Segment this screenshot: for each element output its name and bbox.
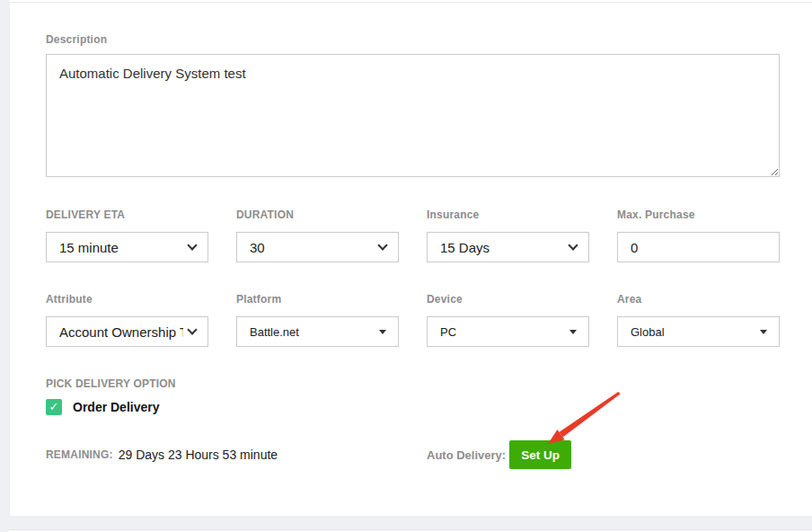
product-settings-panel: Description Automatic Delivery System te…	[9, 3, 812, 516]
insurance-label: Insurance	[427, 209, 589, 220]
area-value: Global	[631, 325, 755, 339]
auto-delivery-setup-button[interactable]: Set Up	[509, 440, 571, 469]
duration-label: DURATION	[236, 209, 399, 220]
order-delivery-checkbox[interactable]: ✓	[46, 399, 62, 415]
triangle-down-icon	[379, 330, 386, 334]
delivery-eta-select[interactable]: 15 minute	[46, 232, 208, 262]
chevron-down-icon	[187, 324, 197, 334]
platform-field: Platform Battle.net	[236, 294, 399, 347]
insurance-field: Insurance 15 Days	[427, 209, 589, 262]
device-select[interactable]: PC	[427, 316, 589, 347]
attribute-value: Account Ownership Tr	[59, 324, 183, 340]
max-purchase-input[interactable]	[617, 232, 780, 262]
order-delivery-label: Order Delivery	[73, 400, 160, 414]
device-label: Device	[427, 294, 589, 305]
attribute-label: Attribute	[46, 294, 208, 305]
chevron-down-icon	[187, 240, 197, 250]
device-field: Device PC	[427, 294, 589, 347]
field-row-1: DELIVERY ETA 15 minute DURATION 30 Insur…	[46, 209, 780, 262]
duration-select[interactable]: 30	[236, 232, 399, 262]
remaining-row: REMAINING: 29 Days 23 Hours 53 minute Au…	[46, 440, 780, 469]
delivery-eta-value: 15 minute	[59, 240, 183, 255]
order-delivery-option: ✓ Order Delivery	[46, 399, 780, 415]
auto-delivery-label: Auto Delivery:	[427, 448, 506, 462]
area-select[interactable]: Global	[617, 316, 780, 347]
attribute-field: Attribute Account Ownership Tr	[46, 294, 208, 347]
attribute-select[interactable]: Account Ownership Tr	[46, 316, 208, 347]
area-label: Area	[617, 294, 780, 305]
max-purchase-field: Max. Purchase	[617, 209, 780, 262]
triangle-down-icon	[760, 330, 767, 334]
duration-field: DURATION 30	[236, 209, 399, 262]
auto-delivery-group: Auto Delivery: Set Up	[427, 440, 571, 469]
device-value: PC	[440, 325, 564, 339]
delivery-eta-label: DELIVERY ETA	[46, 209, 208, 220]
platform-select[interactable]: Battle.net	[236, 316, 399, 347]
remaining-label: REMAINING:	[46, 448, 113, 461]
insurance-value: 15 Days	[440, 240, 564, 255]
field-row-2: Attribute Account Ownership Tr Platform …	[46, 294, 780, 347]
check-icon: ✓	[49, 400, 59, 413]
description-label: Description	[46, 34, 780, 46]
chevron-down-icon	[377, 240, 387, 250]
platform-value: Battle.net	[250, 325, 374, 339]
triangle-down-icon	[569, 330, 577, 334]
delivery-eta-field: DELIVERY ETA 15 minute	[46, 209, 208, 262]
remaining-value: 29 Days 23 Hours 53 minute	[119, 448, 278, 462]
insurance-select[interactable]: 15 Days	[427, 232, 589, 262]
max-purchase-label: Max. Purchase	[617, 209, 780, 220]
pick-delivery-option-label: PICK DELIVERY OPTION	[46, 378, 780, 389]
chevron-down-icon	[568, 240, 578, 250]
platform-label: Platform	[236, 294, 399, 305]
duration-value: 30	[250, 240, 374, 255]
description-textarea[interactable]: Automatic Delivery System test	[46, 54, 780, 177]
area-field: Area Global	[617, 294, 780, 347]
